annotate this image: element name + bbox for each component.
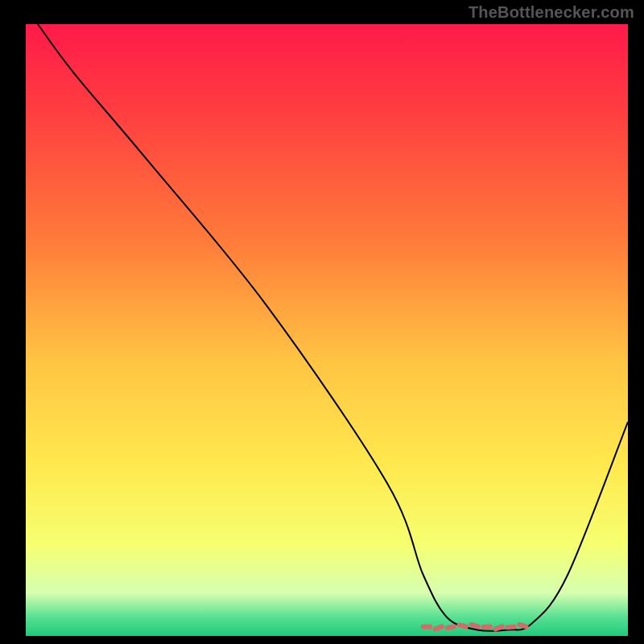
svg-line-2 <box>436 626 442 629</box>
svg-line-9 <box>519 625 526 626</box>
svg-line-8 <box>507 626 514 627</box>
svg-line-7 <box>495 626 502 629</box>
svg-line-4 <box>460 625 466 626</box>
chart-frame: TheBottlenecker.com <box>0 0 644 644</box>
svg-line-5 <box>472 625 478 627</box>
svg-line-6 <box>483 626 489 627</box>
plot-area <box>26 24 628 636</box>
svg-line-3 <box>448 626 454 628</box>
chart-svg <box>0 0 644 644</box>
